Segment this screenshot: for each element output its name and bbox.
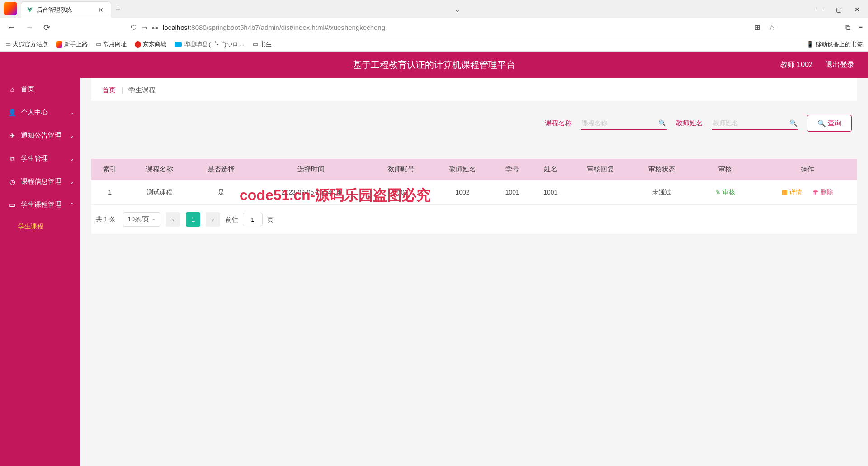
th-reply: 审核回复 [570,159,631,180]
main-content: 首页 | 学生课程 课程名称 🔍 教师姓名 🔍 🔍 查询 [80,78,868,466]
cell-ops: ▤ 详情 🗑 删除 [758,180,857,205]
query-button[interactable]: 🔍 查询 [807,115,852,132]
table-header-row: 索引 课程名称 是否选择 选择时间 教师账号 教师姓名 学号 姓名 审核回复 审… [91,159,857,180]
table-row: 1 测试课程 是 2023-09-05 19:14:14 1002 1002 1… [91,180,857,205]
jump-prefix: 前往 [226,216,238,223]
cell-index: 1 [91,180,128,205]
th-select-time: 选择时间 [252,159,370,180]
url-bar-actions: ⊞ ☆ ⧉ ≡ [755,23,863,32]
search-icon: 🔍 [658,119,666,127]
new-tab-button[interactable]: + [116,5,121,14]
delete-label: 删除 [821,188,833,196]
cell-stu-no: 1001 [493,180,532,205]
sidebar-item-course-info[interactable]: ◷ 课程信息管理 ⌄ [0,170,80,193]
shield-icon: 🛡 [131,24,137,31]
cell-stu-name: 1001 [532,180,570,205]
clock-icon: ◷ [8,178,16,186]
breadcrumb: 首页 | 学生课程 [91,78,857,101]
sidebar-item-student[interactable]: ⧉ 学生管理 ⌄ [0,147,80,170]
forward-button[interactable]: → [24,22,35,33]
audit-link[interactable]: ✎ 审核 [715,188,735,196]
th-status: 审核状态 [631,159,693,180]
data-table: 索引 课程名称 是否选择 选择时间 教师账号 教师姓名 学号 姓名 审核回复 审… [91,159,857,234]
current-user[interactable]: 教师 1002 [780,60,813,70]
cell-course-name: 测试课程 [128,180,190,205]
page-size-select[interactable]: 10条/页 [123,212,160,227]
chevron-up-icon: ⌃ [70,202,74,208]
delete-link[interactable]: 🗑 删除 [812,188,833,196]
sidebar-item-label: 首页 [21,85,34,94]
edit-icon: ✎ [715,189,721,196]
address-bar[interactable]: 🛡 ▭ ⊶ localhost:8080/springboot5h4b7/adm… [131,24,748,31]
prev-page-button[interactable]: ‹ [166,212,180,227]
chevron-down-icon: ⌄ [70,179,74,185]
firefox-logo-icon [4,2,17,15]
browser-tab-bar: 后台管理系统 ✕ + ⌄ — ▢ ✕ [0,0,868,18]
bookmarks-bar: ▭火狐官方站点 新手上路 ▭常用网址 京东商城 哔哩哔哩 (゜-゜)つロ ...… [0,37,868,52]
sidebar-item-personal[interactable]: 👤 个人中心 ⌄ [0,101,80,124]
chevron-down-icon: ⌄ [70,109,74,116]
home-icon: ⌂ [8,86,16,93]
page-jump-input[interactable] [243,213,263,226]
logout-link[interactable]: 退出登录 [826,60,854,70]
th-selected: 是否选择 [190,159,252,180]
bookmark-bilibili[interactable]: 哔哩哔哩 (゜-゜)つロ ... [175,40,245,48]
url-text: localhost:8080/springboot5h4b7/admin/dis… [163,24,385,31]
filter-bar: 课程名称 🔍 教师姓名 🔍 🔍 查询 [80,101,868,141]
next-page-button[interactable]: › [206,212,220,227]
window-controls: — ▢ ✕ [817,6,868,18]
bookmark-common[interactable]: ▭常用网址 [96,40,127,48]
sidebar-item-notice[interactable]: ✈ 通知公告管理 ⌄ [0,124,80,147]
close-window-icon[interactable]: ✕ [854,6,860,13]
sidebar-sub-student-course[interactable]: 学生课程 [0,216,80,237]
filter-label-course: 课程名称 [545,119,572,128]
bookmark-jd[interactable]: 京东商城 [135,40,166,48]
th-course-name: 课程名称 [128,159,190,180]
chevron-down-icon: ⌄ [70,133,74,139]
query-button-label: 查询 [828,119,841,128]
browser-tab[interactable]: 后台管理系统 ✕ [21,1,111,18]
qr-icon[interactable]: ⊞ [755,23,760,32]
page-number-button[interactable]: 1 [186,212,200,227]
bookmark-firefox[interactable]: ▭火狐官方站点 [5,40,48,48]
app-title: 基于工程教育认证的计算机课程管理平台 [353,59,515,71]
tab-close-icon[interactable]: ✕ [96,6,105,14]
cell-audit: ✎ 审核 [693,180,758,205]
url-bar: ← → ⟳ 🛡 ▭ ⊶ localhost:8080/springboot5h4… [0,18,868,37]
sidebar-item-label: 个人中心 [21,108,48,117]
user-icon: 👤 [8,109,16,117]
course-name-input[interactable] [581,117,667,129]
jump-suffix: 页 [267,216,274,223]
sidebar: ⌂ 首页 👤 个人中心 ⌄ ✈ 通知公告管理 ⌄ ⧉ 学生管理 ⌄ ◷ 课程信息… [0,78,80,466]
detail-link[interactable]: ▤ 详情 [782,188,802,196]
breadcrumb-home[interactable]: 首页 [102,86,116,94]
student-icon: ⧉ [8,155,16,163]
th-stu-name: 姓名 [532,159,570,180]
bookmark-star-icon[interactable]: ☆ [769,23,775,32]
search-icon: 🔍 [817,119,826,128]
sidebar-item-student-course[interactable]: ▭ 学生课程管理 ⌃ [0,193,80,216]
minimize-icon[interactable]: — [817,6,823,13]
bookmark-mobile[interactable]: 📱移动设备上的书签 [807,40,863,48]
tabs-dropdown-icon[interactable]: ⌄ [455,6,460,13]
menu-icon[interactable]: ≡ [859,24,863,32]
th-audit: 审核 [693,159,758,180]
filter-label-teacher: 教师姓名 [676,119,703,128]
cell-reply [570,180,631,205]
cell-selected: 是 [190,180,252,205]
maximize-icon[interactable]: ▢ [836,6,842,13]
teacher-name-input[interactable] [712,117,798,129]
audit-label: 审核 [722,188,735,196]
bookmark-shusheng[interactable]: ▭书生 [253,40,272,48]
sidebar-item-label: 课程信息管理 [21,177,61,186]
cell-teacher-name: 1002 [432,180,493,205]
extensions-icon[interactable]: ⧉ [845,24,850,32]
sidebar-item-home[interactable]: ⌂ 首页 [0,78,80,101]
detail-icon: ▤ [782,189,788,196]
page-jump: 前往 页 [226,213,274,226]
back-button[interactable]: ← [5,22,17,33]
bookmark-newbie[interactable]: 新手上路 [56,40,88,48]
reload-button[interactable]: ⟳ [42,22,52,33]
th-index: 索引 [91,159,128,180]
permissions-icon: ⊶ [152,24,158,31]
